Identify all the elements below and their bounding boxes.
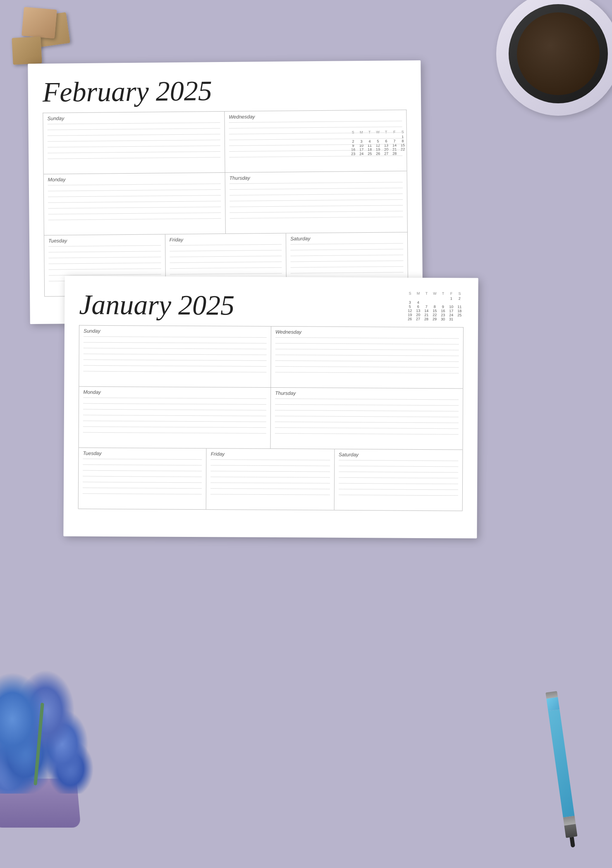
february-week-grid: Sunday Wednesday Monday Thursday: [43, 110, 408, 297]
feb-saturday-label: Saturday: [290, 235, 403, 241]
flower-basket: [0, 620, 112, 827]
jan-tuesday-cell: Tuesday: [79, 448, 207, 510]
feb-sunday-label: Sunday: [47, 114, 220, 122]
jan-sunday-cell: Sunday: [79, 326, 271, 387]
jan-monday-label: Monday: [83, 389, 266, 396]
coffee-surface: [517, 12, 600, 95]
feb-wednesday-cell: Wednesday: [225, 110, 406, 172]
feb-sunday-cell: Sunday: [43, 112, 225, 174]
wood-block-2: [22, 7, 57, 39]
jan-thursday-label: Thursday: [275, 390, 459, 397]
jan-friday-cell: Friday: [206, 448, 335, 510]
wood-block-3: [12, 36, 42, 65]
jan-saturday-label: Saturday: [339, 452, 458, 458]
jan-tuesday-label: Tuesday: [83, 451, 202, 457]
jan-sunday-label: Sunday: [84, 328, 267, 335]
january-week-grid: Sunday Wednesday Monday Thursday: [78, 325, 464, 511]
feb-monday-cell: Monday: [44, 173, 226, 235]
feb-wednesday-label: Wednesday: [229, 112, 402, 120]
february-title: February 2025: [43, 73, 407, 109]
jan-friday-label: Friday: [211, 451, 330, 458]
jan-thursday-cell: Thursday: [270, 388, 463, 449]
january-mini-calendar: S M T W T F S 1 2 3 4: [406, 290, 464, 322]
feb-thursday-cell: Thursday: [225, 171, 407, 234]
jan-saturday-cell: Saturday: [334, 449, 462, 511]
jan-monday-cell: Monday: [79, 387, 271, 448]
january-calendar-page: January 2025 S M T W T F S 1 2: [63, 276, 478, 538]
feb-friday-label: Friday: [170, 236, 282, 243]
jan-wednesday-cell: Wednesday: [271, 327, 463, 388]
feb-monday-label: Monday: [48, 175, 221, 183]
feb-tuesday-label: Tuesday: [48, 237, 161, 243]
jan-wednesday-label: Wednesday: [275, 329, 459, 336]
feb-thursday-label: Thursday: [230, 174, 403, 181]
